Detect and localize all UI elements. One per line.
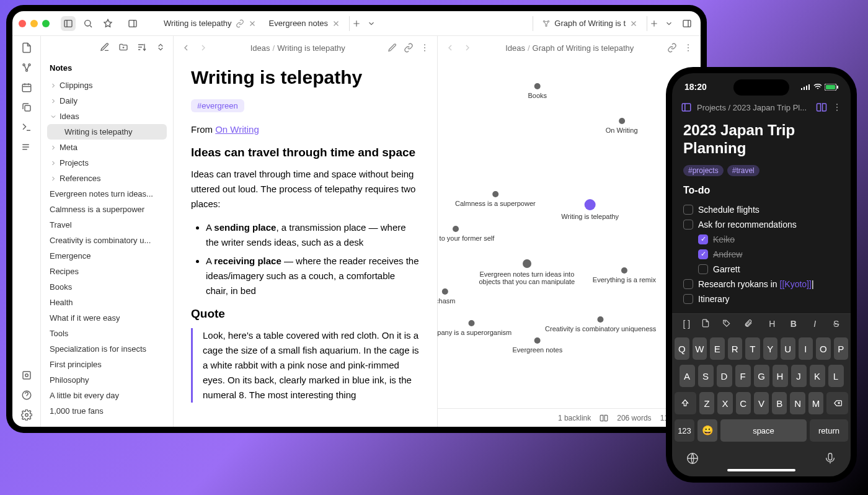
- key[interactable]: R: [728, 337, 743, 360]
- forward-button[interactable]: [198, 43, 208, 53]
- tab[interactable]: Evergreen notes: [263, 11, 347, 35]
- graph-node[interactable]: Evergreen notes turn ideas into objects …: [477, 259, 577, 285]
- file-row[interactable]: First principles: [47, 357, 167, 372]
- heading-icon[interactable]: H: [765, 319, 779, 329]
- graph-view-icon[interactable]: [21, 62, 32, 73]
- sync-icon[interactable]: [21, 141, 32, 153]
- file-row[interactable]: Health: [47, 295, 167, 310]
- file-row[interactable]: What if it were easy: [47, 310, 167, 326]
- file-row[interactable]: Emergence: [47, 248, 167, 264]
- file-row[interactable]: Specialization is for insects: [47, 341, 167, 357]
- key-space[interactable]: space: [720, 419, 807, 442]
- key[interactable]: J: [791, 365, 807, 387]
- mic-icon[interactable]: [823, 452, 837, 465]
- backlink-count[interactable]: 1 backlink: [558, 414, 591, 422]
- graph-canvas[interactable]: BooksOn WritingCalmness is a superpowerW…: [438, 60, 701, 408]
- reader-icon[interactable]: [816, 102, 827, 113]
- key[interactable]: Y: [763, 337, 778, 360]
- key[interactable]: T: [745, 337, 760, 360]
- graph-node[interactable]: Writing is telepathy: [561, 199, 619, 220]
- key[interactable]: H: [773, 365, 788, 387]
- close-icon[interactable]: [248, 19, 257, 28]
- key[interactable]: U: [781, 337, 795, 360]
- key[interactable]: Q: [675, 337, 689, 360]
- sidebar-toggle-icon[interactable]: [681, 102, 692, 113]
- key-numbers[interactable]: 123: [675, 419, 694, 442]
- key-delete[interactable]: [826, 392, 848, 414]
- new-note-icon[interactable]: [100, 42, 110, 52]
- tag-icon[interactable]: [722, 319, 736, 329]
- folder-row[interactable]: Clippings: [47, 78, 167, 93]
- link-icon[interactable]: [404, 43, 414, 53]
- tab-overflow-button[interactable]: [367, 19, 382, 28]
- key[interactable]: N: [790, 392, 805, 414]
- link-icon[interactable]: [667, 43, 677, 53]
- key[interactable]: K: [810, 365, 825, 387]
- vault-icon[interactable]: [21, 370, 32, 381]
- graph-node[interactable]: Creativity is combinatory uniqueness: [545, 316, 656, 332]
- italic-icon[interactable]: I: [808, 319, 822, 329]
- key[interactable]: P: [834, 337, 849, 360]
- checkbox-icon[interactable]: ✓: [698, 234, 708, 244]
- checkbox-icon[interactable]: [683, 205, 693, 215]
- folder-row[interactable]: Projects: [47, 155, 167, 171]
- close-icon[interactable]: [629, 19, 638, 28]
- copy-icon[interactable]: [21, 102, 32, 113]
- attachment-icon[interactable]: [744, 319, 758, 329]
- key[interactable]: E: [710, 337, 725, 360]
- globe-icon[interactable]: [686, 452, 699, 465]
- tab-overflow-button[interactable]: [665, 19, 680, 28]
- folder-row[interactable]: Daily: [47, 93, 167, 109]
- todo-item[interactable]: Ask for recommendations: [683, 217, 839, 232]
- back-button[interactable]: [181, 43, 191, 53]
- key[interactable]: A: [680, 365, 695, 387]
- strike-icon[interactable]: S: [830, 319, 843, 329]
- graph-node[interactable]: mpany is a superorganism: [438, 320, 512, 336]
- files-icon[interactable]: [21, 42, 32, 53]
- back-button[interactable]: [445, 43, 455, 53]
- file-row[interactable]: 1,000 true fans: [47, 403, 167, 419]
- key[interactable]: D: [717, 365, 732, 387]
- key-shift[interactable]: [675, 392, 696, 414]
- graph-node[interactable]: On Writing: [606, 118, 638, 134]
- file-row[interactable]: Travel: [47, 217, 167, 233]
- new-folder-icon[interactable]: [118, 42, 128, 52]
- todo-item[interactable]: Garrett: [683, 262, 839, 277]
- tag-chip[interactable]: #evergreen: [191, 99, 244, 112]
- file-row[interactable]: Tools: [47, 326, 167, 341]
- more-icon[interactable]: [832, 102, 842, 112]
- file-row[interactable]: Creativity is combinatory u...: [47, 233, 167, 248]
- new-tab-button[interactable]: [650, 19, 665, 28]
- collapse-icon[interactable]: [156, 42, 166, 52]
- key[interactable]: C: [736, 392, 751, 414]
- key[interactable]: I: [799, 337, 813, 360]
- file-icon[interactable]: [701, 319, 715, 329]
- key[interactable]: V: [754, 392, 769, 414]
- key-return[interactable]: return: [810, 419, 848, 442]
- tab[interactable]: Graph of Writing is t: [536, 11, 644, 35]
- terminal-icon[interactable]: [21, 122, 32, 133]
- todo-item[interactable]: ✓Keiko: [683, 232, 839, 247]
- minimize-window[interactable]: [30, 20, 38, 27]
- graph-node[interactable]: Calmness is a superpower: [455, 191, 536, 207]
- star-icon[interactable]: [100, 16, 115, 31]
- from-link[interactable]: On Writing: [215, 124, 259, 135]
- breadcrumb[interactable]: Ideas/Writing is telepathy: [215, 43, 381, 53]
- checkbox-icon[interactable]: [683, 220, 693, 230]
- file-row[interactable]: Books: [47, 279, 167, 295]
- key[interactable]: L: [828, 365, 844, 387]
- graph-node[interactable]: Evergreen notes: [512, 337, 562, 354]
- key-emoji[interactable]: 😀: [698, 419, 717, 442]
- breadcrumb[interactable]: Projects / 2023 Japan Trip Pl...: [697, 103, 811, 112]
- edit-icon[interactable]: [388, 43, 397, 53]
- folder-row[interactable]: Ideas: [47, 109, 167, 124]
- sidebar-toggle-icon[interactable]: [61, 16, 76, 31]
- search-icon[interactable]: [81, 16, 95, 31]
- key[interactable]: B: [772, 392, 787, 414]
- folder-row[interactable]: References: [47, 171, 167, 186]
- new-tab-button[interactable]: [352, 19, 367, 28]
- tab[interactable]: Writing is telepathy: [157, 11, 263, 35]
- book-icon[interactable]: [600, 414, 608, 422]
- todo-item[interactable]: Research ryokans in [[Kyoto]]|: [683, 277, 839, 292]
- file-row[interactable]: Philosophy: [47, 372, 167, 388]
